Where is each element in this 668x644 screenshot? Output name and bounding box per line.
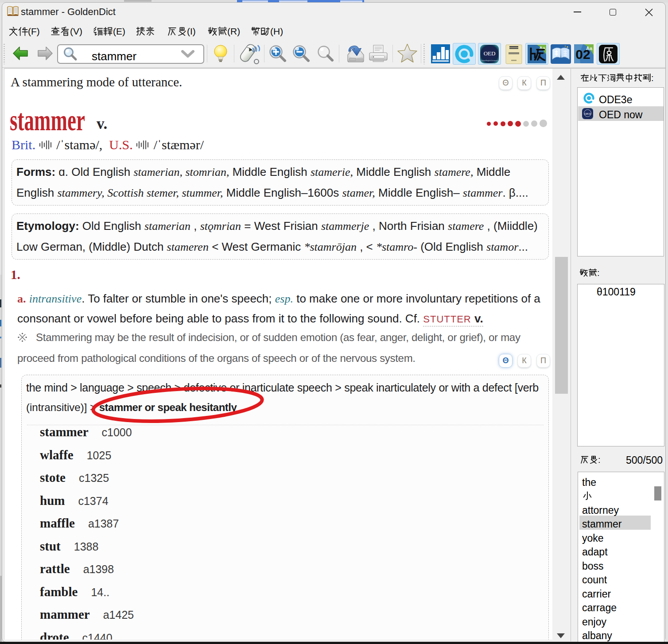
svg-text:OED: OED — [584, 112, 590, 116]
svg-text:02: 02 — [575, 47, 590, 62]
svg-text:OED: OED — [484, 50, 496, 57]
svg-text:Oxford English Dictionary: Oxford English Dictionary — [481, 60, 498, 62]
